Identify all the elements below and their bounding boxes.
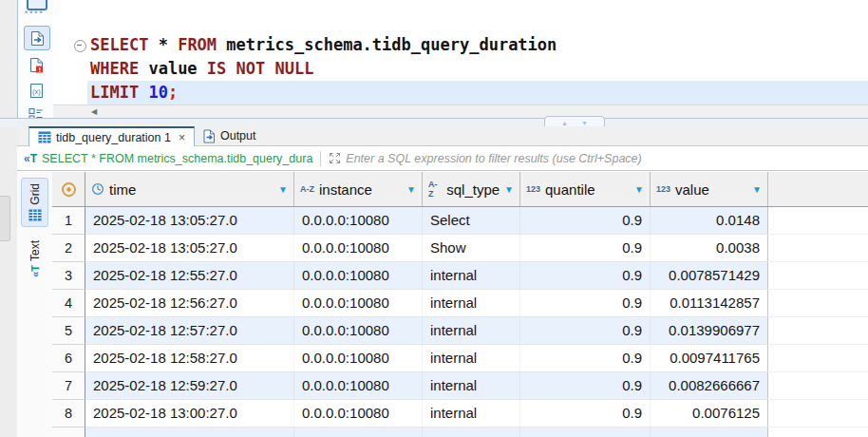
cell-sql_type[interactable]: internal xyxy=(423,317,520,344)
tab-label: tidb_query_duration 1 xyxy=(56,131,171,144)
table-row[interactable]: 82025-02-18 13:00:27.00.0.0.0:10080inter… xyxy=(52,400,868,428)
column-filter-arrow-icon[interactable]: ▼ xyxy=(752,184,762,195)
column-filter-arrow-icon[interactable]: ▼ xyxy=(634,184,644,195)
cell-time[interactable]: 2025-02-18 12:57:27.0 xyxy=(85,317,294,344)
row-number[interactable]: 6 xyxy=(52,345,85,372)
cell-quantile[interactable] xyxy=(520,428,651,437)
cell-sql_type[interactable]: internal xyxy=(423,290,520,316)
cell-time[interactable]: 2025-02-18 12:59:27.0 xyxy=(85,372,294,399)
cell-value[interactable]: 0.0097411765 xyxy=(651,345,768,371)
cell-value[interactable]: 0.0139906977 xyxy=(651,317,768,344)
column-filter-arrow-icon[interactable]: ▼ xyxy=(278,184,288,195)
row-number[interactable]: 1 xyxy=(52,207,85,235)
cell-instance[interactable]: 0.0.0.0:10080 xyxy=(294,207,423,234)
cell-quantile[interactable]: 0.9 xyxy=(520,207,651,234)
cell-sql_type[interactable]: Select xyxy=(423,207,520,234)
cell-time[interactable]: 2025-02-18 12:56:27.0 xyxy=(85,290,294,316)
cell-value[interactable]: 0.0078571429 xyxy=(651,262,768,289)
expand-filter-icon[interactable] xyxy=(329,152,341,164)
cell-time[interactable]: 2025-02-18 13:05:27.0 xyxy=(85,235,294,261)
row-number[interactable] xyxy=(52,428,85,437)
table-row[interactable]: 52025-02-18 12:57:27.00.0.0.0:10080inter… xyxy=(52,317,868,345)
sql-token: value xyxy=(139,59,207,78)
cell-time[interactable]: 2025-02-18 13:00:27.0 xyxy=(85,400,294,427)
cell-value[interactable] xyxy=(651,428,768,437)
cell-value[interactable]: 0.0076125 xyxy=(651,400,768,427)
cell-quantile[interactable]: 0.9 xyxy=(520,262,651,289)
table-row[interactable]: 42025-02-18 12:56:27.00.0.0.0:10080inter… xyxy=(52,290,868,317)
column-header-value[interactable]: 123value▼ xyxy=(651,172,768,206)
cell-value[interactable]: 0.0082666667 xyxy=(651,372,768,399)
sql-line[interactable]: SELECT * FROM metrics_schema.tidb_query_… xyxy=(53,33,868,57)
sql-text[interactable]: SELECT * FROM metrics_schema.tidb_query_… xyxy=(53,0,868,104)
cell-instance[interactable]: 0.0.0.0:10080 xyxy=(294,400,423,427)
column-header-sql_type[interactable]: A-Zsql_type▼ xyxy=(423,172,520,206)
column-header-instance[interactable]: A-Zinstance▼ xyxy=(294,172,423,206)
cell-sql_type[interactable]: internal xyxy=(423,345,520,371)
side-tab-grid[interactable]: Grid xyxy=(21,178,48,227)
cell-quantile[interactable]: 0.9 xyxy=(520,235,651,261)
cell-quantile[interactable]: 0.9 xyxy=(520,372,651,399)
scroll-left-icon[interactable]: ◀ xyxy=(91,107,97,116)
results-pane: tidb_query_duration 1 × Output «T SELECT… xyxy=(17,126,868,437)
sql-editor[interactable]: SELECT * FROM metrics_schema.tidb_query_… xyxy=(53,0,868,104)
cell-time[interactable]: 2025-02-18 13:05:27.0 xyxy=(85,207,294,234)
cell-quantile[interactable]: 0.9 xyxy=(520,345,651,371)
row-number[interactable]: 7 xyxy=(52,372,85,400)
row-number[interactable]: 2 xyxy=(52,235,85,262)
column-header-time[interactable]: time▼ xyxy=(85,172,294,206)
grid-corner-cell[interactable] xyxy=(52,172,85,206)
table-row[interactable]: 72025-02-18 12:59:27.00.0.0.0:10080inter… xyxy=(52,372,868,400)
cell-time[interactable]: 2025-02-18 12:58:27.0 xyxy=(85,345,294,371)
execute-sql-button[interactable] xyxy=(24,26,50,50)
cell-instance[interactable]: 0.0.0.0:10080 xyxy=(294,262,423,289)
cell-instance[interactable]: 0.0.0.0:10080 xyxy=(294,372,423,399)
cell-quantile[interactable]: 0.9 xyxy=(520,317,651,344)
cell-instance[interactable]: 0.0.0.0:10080 xyxy=(294,317,423,344)
cell-value[interactable]: 0.0148 xyxy=(651,207,768,234)
table-row[interactable]: 12025-02-18 13:05:27.00.0.0.0:10080Selec… xyxy=(52,207,868,235)
splitter-collapse-icon[interactable]: ▲ xyxy=(561,120,568,126)
panel-collapse-handle[interactable] xyxy=(0,196,10,241)
cell-sql_type[interactable]: internal xyxy=(423,262,520,289)
cell-instance[interactable]: 0.0.0.0:10080 xyxy=(294,345,423,371)
cell-value[interactable]: 0.0113142857 xyxy=(651,290,768,316)
cell-quantile[interactable]: 0.9 xyxy=(520,400,651,427)
sql-line[interactable]: LIMIT 10; xyxy=(53,81,868,104)
row-number[interactable]: 8 xyxy=(52,400,85,428)
result-grid[interactable]: time▼A-Zinstance▼A-Zsql_type▼123quantile… xyxy=(52,172,868,437)
tab-close-icon[interactable]: × xyxy=(179,131,185,144)
table-row[interactable]: 32025-02-18 12:55:27.00.0.0.0:10080inter… xyxy=(52,262,868,290)
table-row[interactable]: 62025-02-18 12:58:27.00.0.0.0:10080inter… xyxy=(52,345,868,372)
table-row-partial[interactable] xyxy=(52,428,868,437)
column-header-quantile[interactable]: 123quantile▼ xyxy=(520,172,651,206)
column-filter-arrow-icon[interactable]: ▼ xyxy=(504,184,514,195)
cell-instance[interactable]: 0.0.0.0:10080 xyxy=(294,290,423,316)
sql-line[interactable]: WHERE value IS NOT NULL xyxy=(53,57,868,81)
row-number[interactable]: 3 xyxy=(52,262,85,290)
cell-sql_type[interactable]: Show xyxy=(423,235,520,261)
cell-time[interactable] xyxy=(85,428,294,437)
cell-sql_type[interactable]: internal xyxy=(423,372,520,399)
row-number[interactable]: 5 xyxy=(52,317,85,345)
cell-value[interactable]: 0.0038 xyxy=(651,235,768,261)
filter-bar[interactable]: «T SELECT * FROM metrics_schema.tidb_que… xyxy=(17,146,868,171)
fold-collapse-icon[interactable] xyxy=(74,40,86,52)
execute-script-button[interactable] xyxy=(24,53,48,76)
column-filter-arrow-icon[interactable]: ▼ xyxy=(406,184,416,195)
splitter-expand-icon[interactable]: ▼ xyxy=(581,120,588,126)
cell-sql_type[interactable]: internal xyxy=(423,400,520,427)
cell-instance[interactable]: 0.0.0.0:10080 xyxy=(294,235,423,261)
explain-plan-button[interactable]: (x) xyxy=(24,79,48,102)
table-row[interactable]: 22025-02-18 13:05:27.00.0.0.0:10080Show0… xyxy=(52,235,868,262)
tab-result-grid[interactable]: tidb_query_duration 1 × xyxy=(28,126,195,146)
editor-hscrollbar[interactable]: ◀ xyxy=(53,104,868,119)
tab-output[interactable]: Output xyxy=(195,126,265,145)
filter-input-placeholder[interactable]: Enter a SQL expression to filter results… xyxy=(346,152,641,165)
row-number[interactable]: 4 xyxy=(52,290,85,317)
cell-quantile[interactable]: 0.9 xyxy=(520,290,651,316)
cell-sql_type[interactable] xyxy=(423,428,520,437)
cell-instance[interactable] xyxy=(294,428,423,437)
cell-time[interactable]: 2025-02-18 12:55:27.0 xyxy=(85,262,294,289)
side-tab-text[interactable]: Text «T xyxy=(21,235,48,283)
